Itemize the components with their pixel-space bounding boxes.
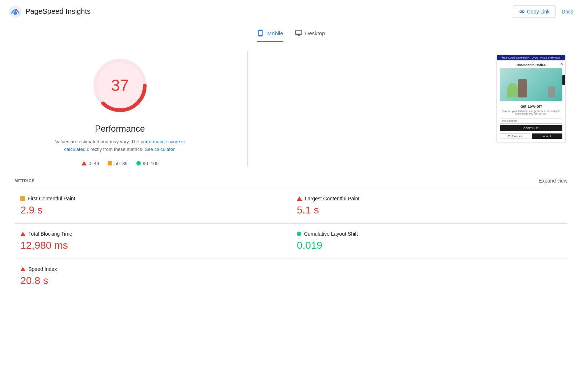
legend-bad-label: 0–49	[89, 161, 99, 166]
fcp-name: First Contentful Paint	[28, 196, 75, 201]
metrics-header: METRICS Expand view	[15, 178, 567, 184]
metric-cls-header: Cumulative Layout Shift	[297, 231, 562, 237]
metric-lcp: Largest Contentful Paint 5.1 s	[291, 188, 567, 224]
score-section: 37 Performance Values are estimated and …	[15, 51, 226, 166]
triangle-red-icon	[81, 161, 87, 165]
mobile-icon	[257, 29, 264, 37]
legend-item-bad: 0–49	[81, 161, 99, 166]
tab-desktop[interactable]: Desktop	[295, 29, 325, 42]
metric-fcp-header: First Contentful Paint	[20, 196, 285, 201]
square-orange-icon	[108, 161, 112, 165]
app-title: PageSpeed Insights	[25, 7, 91, 16]
screenshot-body: ✕ Review Chamberlin Coffee	[497, 60, 565, 142]
desc-main: Values are estimated and may vary. The	[55, 139, 139, 144]
tbt-icon	[20, 232, 25, 236]
tab-mobile-label: Mobile	[267, 30, 283, 36]
header-right: Copy Link Docs	[513, 5, 573, 18]
header-left: PageSpeed Insights	[9, 5, 91, 18]
triangle-red-si-icon	[20, 267, 25, 271]
tbt-name: Total Blocking Time	[28, 231, 72, 237]
score-ring-container: 37	[89, 55, 151, 116]
fcp-value: 2.9 s	[20, 204, 285, 216]
metrics-grid: First Contentful Paint 2.9 s Largest Con…	[15, 188, 567, 294]
vertical-divider	[247, 51, 248, 166]
screenshot-accept-button[interactable]: Accept	[532, 133, 562, 139]
metric-cls: Cumulative Layout Shift 0.019	[291, 224, 567, 259]
circle-green-cls-icon	[297, 232, 301, 236]
copy-link-button[interactable]: Copy Link	[513, 5, 556, 18]
legend: 0–49 50–89 90–100	[81, 161, 159, 166]
calculator-link[interactable]: See calculator.	[145, 147, 176, 152]
square-orange-fcp-icon	[20, 196, 25, 201]
header: PageSpeed Insights Copy Link Docs	[0, 0, 582, 23]
docs-link[interactable]: Docs	[562, 9, 573, 15]
performance-description: Values are estimated and may vary. The p…	[51, 138, 189, 153]
screenshot-brand: Chamberlin Coffee	[500, 63, 562, 67]
legend-item-avg: 50–89	[108, 161, 127, 166]
screenshot-sidebar: Review	[562, 75, 566, 85]
desktop-icon	[295, 29, 302, 37]
cls-value: 0.019	[297, 240, 562, 251]
metric-tbt: Total Blocking Time 12,980 ms	[15, 224, 291, 259]
tab-bar: Mobile Desktop	[0, 23, 582, 42]
legend-item-good: 90–100	[136, 161, 159, 166]
score-number: 37	[111, 76, 129, 95]
cls-name: Cumulative Layout Shift	[304, 231, 358, 237]
desc-middle: directly from these metrics.	[87, 147, 143, 152]
metric-fcp: First Contentful Paint 2.9 s	[15, 188, 291, 224]
lcp-icon	[297, 196, 302, 201]
copy-link-label: Copy Link	[527, 9, 550, 15]
link-icon	[519, 9, 525, 15]
lcp-name: Largest Contentful Paint	[305, 196, 359, 201]
triangle-red-lcp-icon	[297, 196, 302, 201]
si-name: Speed Index	[28, 266, 57, 272]
content-row: 37 Performance Values are estimated and …	[15, 51, 567, 166]
screenshot-frame: USE CODE LEAPYEAR TO GET FREE SHIPPING ✕…	[497, 55, 566, 142]
legend-avg-label: 50–89	[114, 161, 127, 166]
tab-desktop-label: Desktop	[305, 30, 325, 36]
metric-lcp-header: Largest Contentful Paint	[297, 196, 562, 201]
screenshot-promo: get 15% off	[500, 104, 562, 108]
svg-point-1	[13, 11, 17, 15]
si-icon	[20, 267, 25, 271]
metrics-section: METRICS Expand view First Contentful Pai…	[15, 178, 567, 294]
legend-good-label: 90–100	[143, 161, 159, 166]
si-value: 20.8 s	[20, 275, 562, 287]
screenshot-cta-button[interactable]: CONTINUE	[500, 125, 562, 131]
triangle-red-tbt-icon	[20, 232, 25, 236]
fcp-icon	[20, 196, 25, 201]
screenshot-preferences-button[interactable]: Preferences	[500, 133, 530, 139]
metrics-label: METRICS	[15, 179, 35, 183]
screenshot-image	[500, 68, 562, 101]
screenshot-banner: USE CODE LEAPYEAR TO GET FREE SHIPPING	[497, 55, 565, 60]
screenshot-banner-text: USE CODE LEAPYEAR TO GET FREE SHIPPING	[502, 56, 560, 59]
expand-view-button[interactable]: Expand view	[539, 178, 567, 184]
tab-mobile[interactable]: Mobile	[257, 29, 283, 42]
screenshot-section: USE CODE LEAPYEAR TO GET FREE SHIPPING ✕…	[495, 51, 567, 142]
screenshot-email-input[interactable]	[500, 119, 562, 124]
lcp-value: 5.1 s	[297, 204, 562, 216]
metric-tbt-header: Total Blocking Time	[20, 231, 285, 237]
metric-si: Speed Index 20.8 s	[15, 259, 567, 294]
performance-title: Performance	[95, 124, 145, 134]
metric-si-header: Speed Index	[20, 266, 562, 272]
pagespeed-logo-icon	[9, 5, 22, 18]
tbt-value: 12,980 ms	[20, 240, 285, 251]
circle-green-icon	[136, 161, 141, 165]
main-content: 37 Performance Values are estimated and …	[0, 42, 582, 303]
screenshot-sub: Save on your first order and get access …	[500, 110, 562, 115]
cls-icon	[297, 232, 301, 236]
screenshot-footer: Preferences Accept	[500, 133, 562, 139]
screenshot-close-icon: ✕	[560, 62, 563, 66]
